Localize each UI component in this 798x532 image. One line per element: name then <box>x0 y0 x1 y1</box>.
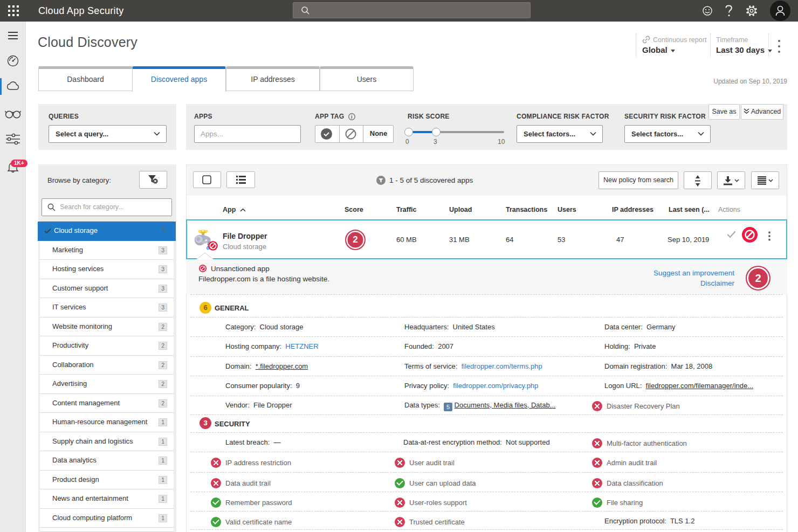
svg-text:i: i <box>351 114 353 120</box>
